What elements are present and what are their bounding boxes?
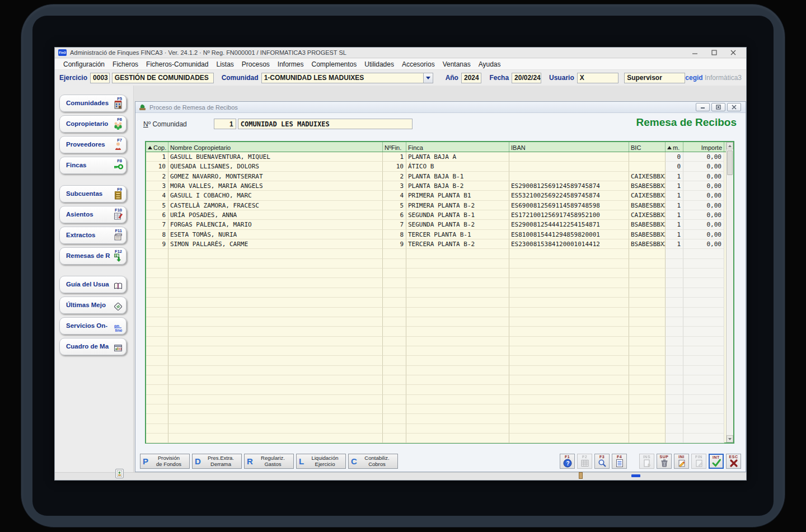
table-cell (509, 356, 629, 365)
inner-minimize-button[interactable] (696, 103, 710, 111)
table-cell: ES6900812569114589748598 (509, 201, 629, 210)
table-cell (406, 259, 509, 269)
table-row[interactable]: 1GASULL BUENAVENTURA, MIQUEL1PLANTA BAJA… (146, 152, 733, 162)
sidebar-item-label: Remesas de R (66, 252, 110, 259)
comunidad-dropdown-icon[interactable] (424, 73, 433, 83)
column-header-cop[interactable]: Cop. (146, 142, 168, 152)
comunidad-name-field[interactable]: COMUNIDAD LES MADUIXES (238, 119, 413, 129)
table-row-empty (146, 259, 733, 269)
table-row[interactable]: 5CASTELLÀ ZAMORA, FRACESC5PRIMERA PLANTA… (146, 201, 733, 210)
sidebar-item-asientos[interactable]: AsientosF10 (59, 206, 126, 223)
ano-field[interactable]: 2024 (461, 73, 481, 83)
ini-button[interactable]: INI (674, 454, 689, 469)
menu-item-listas[interactable]: Listas (212, 59, 237, 69)
menu-item-configuraci-n[interactable]: Configuración (59, 59, 109, 69)
fecha-field[interactable]: 20/02/24 (512, 73, 541, 83)
close-button[interactable] (724, 48, 743, 58)
comunidad-combo[interactable]: 1-COMUNIDAD LES MADUIXES (261, 73, 433, 83)
table-row[interactable]: 4GASULL I COBACHO, MARC4PRIMERA PLANTA B… (146, 191, 733, 200)
f4-button[interactable]: F4 (612, 454, 627, 469)
table-row[interactable]: 3MORA VALLES, MARIA ANGELS3PLANTA BAJA B… (146, 181, 733, 191)
provisi-n-button[interactable]: P Provisiónde Fondos (140, 454, 190, 469)
table-cell (406, 278, 509, 288)
table-scrollbar[interactable] (726, 142, 733, 442)
column-header-m[interactable]: m. (666, 142, 683, 152)
usuario-field[interactable]: X (577, 73, 618, 83)
ncomunidad-number-field[interactable]: 1 (214, 119, 236, 129)
menu-item-ventanas[interactable]: Ventanas (439, 59, 475, 69)
contabiliz--button[interactable]: C Contabiliz.Cobros (348, 454, 398, 469)
maximize-button[interactable] (705, 48, 724, 58)
pres-extra--button[interactable]: D Pres.Extra.Derrama (192, 454, 242, 469)
esc-button[interactable]: ESC (726, 454, 741, 469)
sidebar-item-gu-a-del-usua[interactable]: Guía del Usua (59, 276, 126, 293)
table-row[interactable]: 2GOMEZ NAVARRO, MONTSERRAT2PLANTA BAJA B… (146, 172, 733, 181)
scrollbar-thumb[interactable] (727, 150, 733, 175)
menu-item-informes[interactable]: Informes (274, 59, 308, 69)
list-icon (612, 459, 626, 468)
table-cell (509, 366, 629, 375)
scroll-up-icon[interactable] (727, 142, 733, 149)
f1-button[interactable]: F1 ? (560, 454, 575, 469)
inner-restore-button[interactable] (711, 103, 725, 111)
column-header-bic[interactable]: BIC (629, 142, 666, 152)
table-row[interactable]: 6URÍA POSADES, ANNA6SEGUNDA PLANTA B-1ES… (146, 210, 733, 220)
regulariz--button[interactable]: R Regulariz.Gastos (244, 454, 294, 469)
menu-item-ficheros-comunidad[interactable]: Ficheros-Comunidad (142, 59, 212, 69)
table-cell: 1 (666, 201, 683, 210)
sidebar-item-copropietario[interactable]: CopropietarioF6 (59, 115, 126, 133)
table-cell (666, 317, 683, 327)
table-cell (406, 404, 509, 414)
table-row[interactable]: 10QUESADA LLISANES, DOLORS10ÁTICO B00,00 (146, 162, 733, 171)
menu-item-complementos[interactable]: Complementos (308, 59, 361, 69)
column-header-finca[interactable]: Finca (406, 142, 509, 152)
column-header-importe[interactable]: Importe (683, 142, 724, 152)
table-cell: 1 (666, 172, 683, 181)
menu-item-ayudas[interactable]: Ayudas (475, 59, 505, 69)
sidebar-item-comunidades[interactable]: ComunidadesF5 (59, 95, 126, 112)
menu-item-procesos[interactable]: Procesos (238, 59, 274, 69)
table-cell: 1 (666, 181, 683, 191)
table-cell (509, 259, 629, 269)
table-cell (629, 375, 666, 385)
menu-item-accesorios[interactable]: Accesorios (398, 59, 439, 69)
mdi-area: Proceso de Remesa de Recibos (134, 86, 746, 472)
table-cell: URÍA POSADES, ANNA (168, 210, 383, 220)
table-row[interactable]: 8ESETA TOMÀS, NURIA8TERCER PLANTA B-1ES8… (146, 230, 733, 239)
table-cell (168, 337, 383, 346)
sup-button[interactable]: SUP (657, 454, 672, 469)
scroll-down-icon[interactable] (727, 435, 733, 442)
table-cell (146, 278, 168, 288)
sidebar-item-proveedores[interactable]: ProveedoresF7 (59, 136, 126, 153)
column-header-iban[interactable]: IBAN (509, 142, 629, 152)
table-row[interactable]: 7FORGAS PALENCIA, MARIO7SEGUNDA PLANTA B… (146, 220, 733, 229)
sidebar-item-subcuentas[interactable]: SubcuentasF9 (59, 185, 126, 203)
mini-status-icon[interactable] (115, 469, 124, 478)
table-cell: 10 (146, 162, 168, 171)
modulo-field[interactable]: GESTIÓN DE COMUNIDADES (112, 73, 214, 83)
table-cell (383, 259, 406, 269)
ins-button: INS (639, 454, 654, 469)
liquidaci-n-button[interactable]: L LiquidaciónEjercicio (296, 454, 346, 469)
comunidad-field[interactable]: 1-COMUNIDAD LES MADUIXES (261, 73, 424, 83)
sidebar-item-remesas-de-r[interactable]: Remesas de RF12$ (59, 247, 126, 265)
column-header-nfin[interactable]: NºFin. (383, 142, 406, 152)
table-cell (629, 152, 666, 162)
sidebar-item--ltimas-mejo[interactable]: Últimas Mejo (59, 296, 126, 314)
minimize-button[interactable] (686, 48, 705, 58)
sidebar-item-servicios-on-[interactable]: Servicios On-online (59, 317, 126, 335)
table-cell (168, 434, 383, 443)
ejercicio-field[interactable]: 0003 (90, 73, 110, 83)
menu-item-ficheros[interactable]: Ficheros (109, 59, 142, 69)
recibos-table: Cop.Nombre CopropietarioNºFin.FincaIBANB… (145, 141, 734, 444)
inner-close-button[interactable] (727, 103, 741, 111)
sidebar-item-extractos[interactable]: ExtractosF11 (59, 227, 126, 244)
sidebar-item-cuadro-de-ma[interactable]: Cuadro de Ma (59, 338, 126, 355)
table-row[interactable]: 9SIMON PALLARÉS, CARME9TERCERA PLANTA B-… (146, 239, 733, 249)
app-icon: Fin3 (58, 49, 67, 56)
sidebar-item-fincas[interactable]: FincasF8 (59, 157, 126, 174)
f3-button[interactable]: F3 (594, 454, 610, 469)
column-header-nombrecopropietario[interactable]: Nombre Copropietario (168, 142, 383, 152)
menu-item-utilidades[interactable]: Utilidades (360, 59, 398, 69)
int-button[interactable]: INT (709, 454, 724, 469)
